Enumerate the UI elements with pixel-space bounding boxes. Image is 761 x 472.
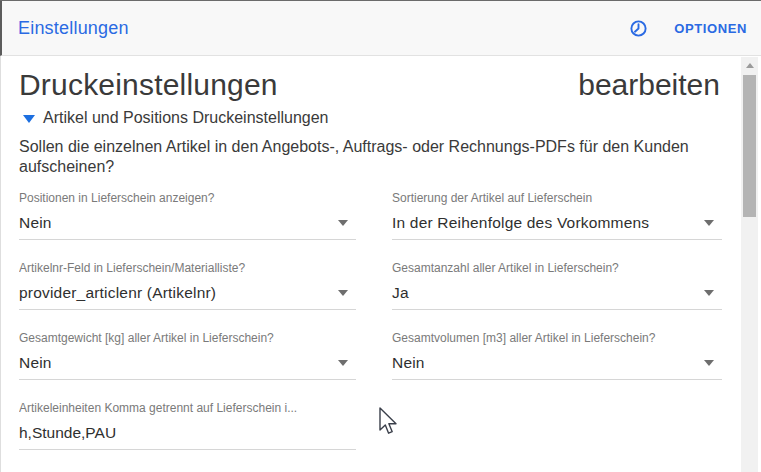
section-toggle[interactable]: Artikel und Positions Druckeinstellungen — [19, 109, 720, 127]
history-clock-icon[interactable] — [626, 16, 650, 40]
dropdown-arrow-icon — [338, 220, 348, 226]
heading-row: Druckeinstellungen bearbeiten — [19, 68, 720, 102]
page-header-title: Einstellungen — [18, 18, 129, 39]
field-label: Gesamtgewicht [kg] aller Artikel in Lief… — [19, 331, 356, 345]
gesamtanzahl-select[interactable]: Ja — [392, 282, 722, 310]
field-label: Gesamtanzahl aller Artikel in Liefersche… — [392, 261, 722, 275]
fields-grid: Positionen in Lieferschein anzeigen? Nei… — [19, 191, 720, 450]
field-value: Nein — [19, 214, 52, 232]
arrow-up-icon — [746, 63, 754, 68]
field-value: provider_articlenr (Artikelnr) — [19, 284, 216, 302]
field-value: Nein — [392, 354, 425, 372]
field-gesamtanzahl: Gesamtanzahl aller Artikel in Liefersche… — [392, 261, 722, 310]
field-artikeleinheiten: Artikeleinheiten Komma getrennt auf Lief… — [19, 401, 356, 450]
field-label: Gesamtvolumen [m3] aller Artikel in Lief… — [392, 331, 722, 345]
chevron-down-icon — [23, 115, 35, 123]
vertical-scrollbar[interactable] — [741, 57, 758, 472]
dropdown-arrow-icon — [338, 360, 348, 366]
field-value: Ja — [392, 284, 409, 302]
page-title: Druckeinstellungen — [19, 68, 278, 102]
gesamtvolumen-select[interactable]: Nein — [392, 352, 722, 380]
section-title: Artikel und Positions Druckeinstellungen — [43, 109, 328, 127]
scrollbar-thumb[interactable] — [743, 75, 756, 217]
artikeleinheiten-input-wrap — [19, 422, 356, 450]
topbar: Einstellungen OPTIONEN — [0, 1, 761, 56]
field-value: Nein — [19, 354, 52, 372]
field-gesamtgewicht: Gesamtgewicht [kg] aller Artikel in Lief… — [19, 331, 356, 380]
gesamtgewicht-select[interactable]: Nein — [19, 352, 356, 380]
dropdown-arrow-icon — [704, 220, 714, 226]
field-gesamtvolumen: Gesamtvolumen [m3] aller Artikel in Lief… — [392, 331, 722, 380]
dropdown-arrow-icon — [704, 360, 714, 366]
sortierung-select[interactable]: In der Reihenfolge des Vorkommens — [392, 212, 722, 240]
field-label: Positionen in Lieferschein anzeigen? — [19, 191, 356, 205]
settings-content: Druckeinstellungen bearbeiten Artikel un… — [0, 56, 761, 472]
question-text: Sollen die einzelnen Artikel in den Ange… — [19, 137, 720, 177]
field-label: Artikeleinheiten Komma getrennt auf Lief… — [19, 401, 356, 415]
field-label: Sortierung der Artikel auf Lieferschein — [392, 191, 722, 205]
artikelnr-select[interactable]: provider_articlenr (Artikelnr) — [19, 282, 356, 310]
field-positionen-lieferschein: Positionen in Lieferschein anzeigen? Nei… — [19, 191, 356, 240]
artikeleinheiten-input[interactable] — [19, 424, 354, 442]
field-label: Artikelnr-Feld in Lieferschein/Materiall… — [19, 261, 356, 275]
field-artikelnr-feld: Artikelnr-Feld in Lieferschein/Materiall… — [19, 261, 356, 310]
field-sortierung-artikel: Sortierung der Artikel auf Lieferschein … — [392, 191, 722, 240]
scrollbar-up-arrow[interactable] — [741, 57, 758, 73]
dropdown-arrow-icon — [704, 290, 714, 296]
options-button[interactable]: OPTIONEN — [674, 21, 747, 36]
dropdown-arrow-icon — [338, 290, 348, 296]
field-value: In der Reihenfolge des Vorkommens — [392, 214, 649, 232]
edit-button[interactable]: bearbeiten — [578, 68, 720, 102]
positionen-select[interactable]: Nein — [19, 212, 356, 240]
